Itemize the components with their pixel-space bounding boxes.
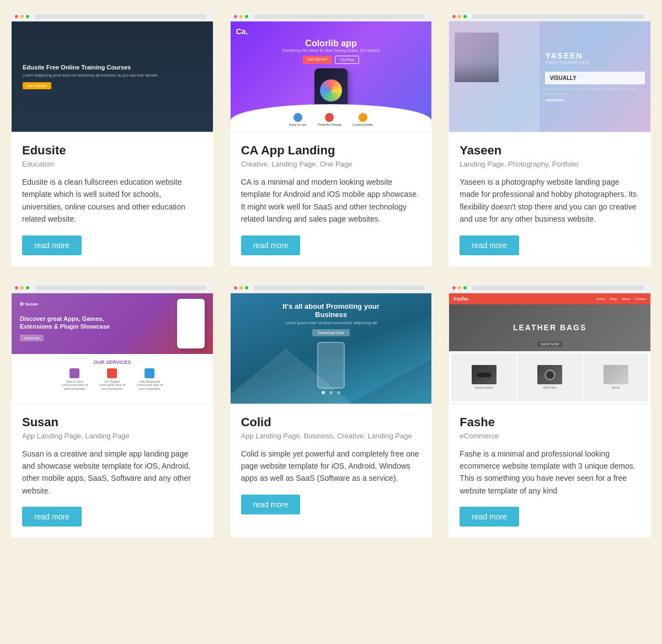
edusite-preview-title: Edusite Free Online Training Courses	[23, 64, 202, 71]
ca-preview-logo: Ca.	[236, 27, 248, 36]
colid-preview-headline: It's all about Promoting yourBusiness	[282, 302, 380, 319]
card-image-colid: It's all about Promoting yourBusiness Lo…	[230, 283, 433, 404]
ca-feature-icon-2	[325, 113, 334, 122]
colid-preview-sub: Lorem ipsum dolor sit amet consectetur a…	[285, 321, 377, 325]
fashe-product-watches: WATCHES	[517, 353, 583, 401]
yaseen-preview: YASEEN PHOTOGRAPHER VISUALLY Lorem ipsum…	[449, 22, 650, 132]
ca-features: Easy to use Powerful Design Customizable	[289, 113, 372, 126]
fashe-nav-home: Home	[596, 297, 605, 300]
browser-bar-1	[12, 12, 213, 22]
susan-preview-phone	[177, 299, 205, 348]
fashe-read-more[interactable]: read more	[460, 507, 519, 527]
susan-tags: App Landing Page, Landing Page	[22, 432, 202, 440]
ca-description: CA is a minimal and modern looking websi…	[241, 176, 421, 226]
susan-preview-bottom: OUR SERVICES Data in CloudLorem ipsum do…	[12, 354, 213, 404]
fashe-watch-img	[537, 365, 562, 384]
edusite-preview-text: Lorem adipiscing amet eum est nonummy ad…	[23, 73, 202, 78]
card-image-ca: Ca. Colorlib app Everything You Need To …	[230, 11, 433, 132]
yaseen-read-more[interactable]: read more	[460, 235, 519, 255]
card-image-yaseen: YASEEN PHOTOGRAPHER VISUALLY Lorem ipsum…	[449, 11, 651, 132]
url-bar-5	[254, 286, 425, 290]
fashe-sunglasses-img	[472, 365, 496, 384]
fashe-product-label-1: SUNGLASSES	[474, 386, 493, 389]
edusite-preview: Edusite Free Online Training Courses Lor…	[12, 22, 213, 132]
dot-red-3	[452, 15, 456, 18]
colid-dot-2	[329, 391, 333, 394]
yaseen-description: Yaseen is a photography website landing …	[460, 176, 640, 226]
dot-red-6	[452, 286, 456, 289]
dot-red-4	[15, 286, 18, 289]
colid-triangle-2	[349, 359, 431, 404]
susan-service-text-3: Fully ResponsiveLorem ipsum dolor sit am…	[133, 380, 166, 391]
browser-bar-4	[12, 283, 213, 293]
edusite-description: Edusite is a clean fullscreen education …	[22, 176, 202, 226]
card-colid: It's all about Promoting yourBusiness Lo…	[230, 283, 433, 538]
url-bar-4	[35, 286, 206, 290]
colid-dots	[322, 391, 340, 394]
dot-red-1	[15, 15, 18, 18]
card-content-colid: Colid App Landing Page, Business, Creati…	[230, 404, 433, 525]
ca-feature-1: Easy to use	[289, 113, 306, 126]
watch-shape	[544, 369, 556, 380]
susan-read-more[interactable]: read more	[22, 507, 82, 527]
screenshot-ca: Ca. Colorlib app Everything You Need To …	[231, 22, 432, 132]
colid-dot-1	[322, 391, 325, 394]
dot-green-2	[245, 15, 248, 18]
fashe-preview-hero: LEATHER BAGS SHOP NOW	[449, 304, 650, 351]
screenshot-edusite: Edusite Free Online Training Courses Lor…	[12, 22, 213, 132]
card-susan: ⊞ Susan Discover great Apps, Games,Exten…	[11, 283, 213, 538]
card-yaseen: YASEEN PHOTOGRAPHER VISUALLY Lorem ipsum…	[449, 11, 651, 266]
dot-green-4	[26, 286, 29, 289]
susan-preview: ⊞ Susan Discover great Apps, Games,Exten…	[12, 293, 213, 404]
fashe-preview: Fashe. Home Shop About Contact LEATHER B…	[449, 293, 650, 404]
sunglasses-shape	[476, 372, 492, 378]
ca-feature-label-3: Customizable	[353, 123, 372, 126]
ca-read-more[interactable]: read more	[241, 235, 301, 255]
susan-service-1: Data in CloudLorem ipsum dolor sit amet …	[58, 368, 91, 391]
colid-read-more[interactable]: read more	[241, 495, 301, 514]
card-image-edusite: Edusite Free Online Training Courses Lor…	[11, 11, 213, 132]
yaseen-preview-link: celebrities	[545, 98, 645, 102]
dot-red-5	[234, 286, 237, 289]
susan-service-icon-2	[107, 368, 117, 378]
url-bar-6	[472, 286, 644, 290]
yaseen-preview-title: YASEEN	[545, 51, 645, 60]
fashe-description: Fashe is a minimal and professional look…	[460, 448, 640, 497]
dot-yellow-1	[20, 15, 24, 18]
ca-feature-icon-3	[359, 113, 367, 122]
susan-services-title: OUR SERVICES	[17, 359, 207, 365]
card-content-susan: Susan App Landing Page, Landing Page Sus…	[11, 404, 213, 538]
screenshot-susan: ⊞ Susan Discover great Apps, Games,Exten…	[12, 293, 213, 404]
edusite-title: Edusite	[22, 143, 202, 158]
url-bar-2	[254, 14, 425, 19]
susan-service-2: 24/7 SupportLorem ipsum dolor sit amet c…	[95, 368, 129, 391]
ca-title: CA App Landing	[241, 143, 421, 158]
url-bar-1	[35, 14, 206, 19]
dot-green-5	[245, 286, 248, 289]
dot-yellow-3	[458, 15, 461, 18]
susan-service-3: Fully ResponsiveLorem ipsum dolor sit am…	[133, 368, 166, 391]
fashe-nav: Home Shop About Contact	[469, 297, 646, 300]
ca-btn-secondary: Try Free	[335, 56, 359, 64]
dot-green-3	[463, 15, 467, 18]
browser-bar-5	[231, 283, 432, 293]
colid-dot-3	[337, 391, 340, 394]
card-ca-app: Ca. Colorlib app Everything You Need To …	[230, 11, 433, 266]
fashe-shop-btn: SHOP NOW	[537, 341, 562, 347]
edusite-tags: Education	[22, 160, 202, 168]
ca-btn-primary: Get Started	[303, 56, 332, 64]
url-bar-3	[472, 14, 644, 19]
susan-title: Susan	[22, 415, 202, 430]
fashe-product-label-2: WATCHES	[543, 386, 556, 389]
fashe-hero-text: LEATHER BAGS	[513, 323, 586, 332]
ca-feature-label-1: Easy to use	[289, 123, 306, 126]
dot-yellow-2	[239, 15, 243, 18]
fashe-bags-img	[604, 365, 628, 384]
card-edusite: Edusite Free Online Training Courses Lor…	[11, 11, 213, 266]
ca-feature-3: Customizable	[353, 113, 372, 126]
screenshot-colid: It's all about Promoting yourBusiness Lo…	[231, 293, 432, 404]
edusite-read-more[interactable]: read more	[22, 235, 82, 255]
susan-description: Susan is a creative and simple app landi…	[22, 448, 202, 497]
card-fashe: Fashe. Home Shop About Contact LEATHER B…	[449, 283, 651, 538]
ca-preview: Ca. Colorlib app Everything You Need To …	[231, 22, 432, 132]
